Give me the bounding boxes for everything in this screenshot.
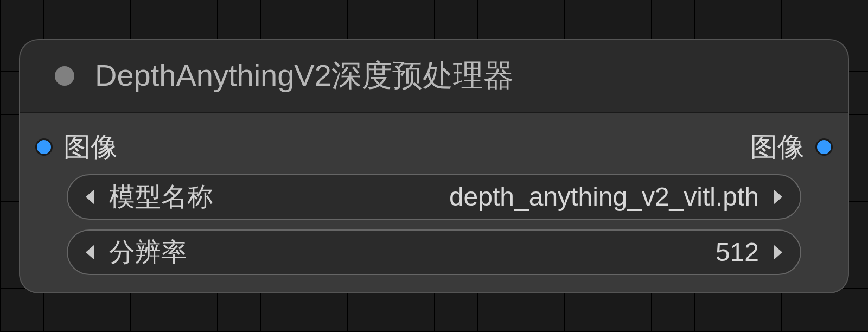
output-port-image[interactable]: 图像 xyxy=(750,129,833,165)
ports-row: 图像 图像 xyxy=(30,129,838,165)
collapse-dot-icon[interactable] xyxy=(55,66,74,86)
widgets-container: 模型名称 depth_anything_v2_vitl.pth 分辨率 512 xyxy=(30,174,838,275)
widget-model-name[interactable]: 模型名称 depth_anything_v2_vitl.pth xyxy=(67,174,801,220)
widget-resolution-label: 分辨率 xyxy=(109,235,187,270)
output-port-label: 图像 xyxy=(750,129,805,165)
arrow-left-icon[interactable] xyxy=(76,245,104,260)
node-title: DepthAnythingV2深度预处理器 xyxy=(95,55,514,97)
widget-model-value: depth_anything_v2_vitl.pth xyxy=(213,182,759,212)
input-port-dot-icon[interactable] xyxy=(35,138,53,156)
arrow-right-icon[interactable] xyxy=(764,189,792,205)
widget-resolution[interactable]: 分辨率 512 xyxy=(67,229,801,275)
widget-resolution-value: 512 xyxy=(187,237,759,267)
node-body: 图像 图像 模型名称 depth_anything_v2_vitl.pth xyxy=(20,113,848,292)
arrow-left-icon[interactable] xyxy=(76,189,104,205)
input-port-image[interactable]: 图像 xyxy=(35,129,118,165)
node-container[interactable]: DepthAnythingV2深度预处理器 图像 图像 模型名称 depth_a… xyxy=(19,39,849,293)
arrow-right-icon[interactable] xyxy=(764,245,792,260)
output-port-dot-icon[interactable] xyxy=(815,138,833,156)
input-port-label: 图像 xyxy=(63,129,118,165)
widget-model-label: 模型名称 xyxy=(109,180,213,214)
node-header[interactable]: DepthAnythingV2深度预处理器 xyxy=(20,40,848,113)
